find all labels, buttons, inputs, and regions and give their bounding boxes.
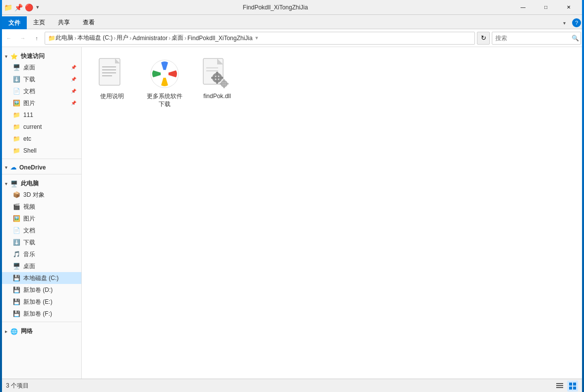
refresh-button[interactable]: ↻ [477, 32, 490, 45]
minimize-button[interactable]: — [512, 0, 534, 15]
sidebar-section-network[interactable]: ▸ 🌐 网络 [0, 324, 81, 336]
folder-etc-label: etc [23, 135, 31, 142]
pictures-icon: 🖼️ [13, 100, 20, 107]
folder-shell-label: Shell [23, 147, 37, 154]
sidebar-item-docs-quick[interactable]: 📄 文档 📌 [0, 85, 81, 97]
sidebar-item-pictures-quick[interactable]: 🖼️ 图片 📌 [0, 97, 81, 109]
tab-view[interactable]: 查看 [76, 16, 101, 29]
pictures-pc-label: 图片 [23, 215, 35, 223]
download-label: 下载 [23, 75, 35, 84]
drive-c-icon: 💾 [13, 275, 20, 281]
path-segment-thispc[interactable]: 📁 [48, 35, 56, 42]
sidebar-item-drive-d[interactable]: 💾 新加卷 (D:) [0, 284, 81, 296]
file-item-shiyongchanming[interactable]: 使用说明 [90, 55, 134, 111]
path-folder[interactable]: FindPokdll_XiTongZhiJia [187, 35, 252, 42]
desktop-pc-icon: 🖥️ [13, 263, 20, 270]
docs-icon: 📄 [13, 88, 20, 95]
folder-current-icon: 📁 [13, 123, 20, 130]
tab-file[interactable]: 文件 [2, 16, 27, 29]
svg-rect-22 [556, 383, 563, 384]
status-bar: 3 个项目 [0, 379, 584, 392]
sidebar-item-etc[interactable]: 📁 etc [0, 133, 81, 145]
drive-f-label: 新加卷 (F:) [23, 310, 52, 318]
download-icon: ⬇️ [13, 76, 20, 83]
ribbon-collapse-button[interactable]: ▾ [558, 17, 570, 29]
docs-label: 文档 [23, 87, 35, 96]
sidebar-item-desktop-quick[interactable]: 🖥️ 桌面 📌 [0, 61, 81, 73]
maximize-button[interactable]: □ [534, 0, 557, 15]
3dobjects-icon: 📦 [13, 191, 20, 198]
sidebar-section-onedrive[interactable]: ▾ ☁ OneDrive [0, 161, 81, 172]
sidebar-item-111[interactable]: 📁 111 [0, 109, 81, 121]
downloads-label: 下载 [23, 238, 35, 247]
sidebar-item-documents[interactable]: 📄 文档 [0, 224, 81, 236]
sidebar-item-current[interactable]: 📁 current [0, 121, 81, 133]
ribbon: 文件 主页 共享 查看 ▾ ? [0, 15, 584, 29]
up-button[interactable]: ↑ [31, 32, 43, 44]
sidebar-section-quickaccess[interactable]: ▾ ⭐ 快速访问 [0, 49, 81, 61]
drive-d-icon: 💾 [13, 286, 20, 293]
sidebar-item-download-quick[interactable]: ⬇️ 下载 📌 [0, 73, 81, 85]
main-layout: ▾ ⭐ 快速访问 🖥️ 桌面 📌 ⬇️ 下载 📌 📄 文档 📌 🖼️ 图片 📌 … [0, 47, 584, 379]
back-button[interactable]: ← [3, 32, 15, 44]
file-item-findpokdll[interactable]: findPok.dll [195, 55, 239, 111]
sidebar-item-music[interactable]: 🎵 音乐 [0, 248, 81, 260]
sidebar-item-desktop-pc[interactable]: 🖥️ 桌面 [0, 260, 81, 272]
window-controls[interactable]: — □ ✕ [512, 0, 580, 15]
drive-c-label: 本地磁盘 (C:) [23, 274, 58, 282]
file-icon-dll [201, 58, 233, 90]
search-input[interactable] [495, 35, 570, 42]
sidebar-divider-3 [0, 322, 81, 322]
pin-icon: 📌 [71, 65, 76, 70]
drive-d-label: 新加卷 (D:) [23, 286, 53, 294]
forward-button[interactable]: → [17, 32, 29, 44]
sidebar-item-drive-c[interactable]: 💾 本地磁盘 (C:) [0, 272, 81, 284]
window-title: FindPokdll_XiTongZhiJia [39, 4, 512, 11]
path-desktop[interactable]: 桌面 [172, 34, 183, 42]
quickaccess-chevron: ▾ [5, 54, 7, 59]
path-users[interactable]: 用户 [117, 34, 128, 42]
details-view-button[interactable] [554, 381, 565, 392]
svg-point-7 [161, 70, 169, 78]
search-box[interactable]: 🔍 [492, 32, 581, 45]
network-icon: 🌐 [10, 328, 18, 335]
thispc-label: 此电脑 [21, 179, 39, 188]
sidebar-section-thispc[interactable]: ▾ 🖥️ 此电脑 [0, 176, 81, 189]
ribbon-tabs: 文件 主页 共享 查看 ▾ ? [0, 15, 584, 29]
address-path[interactable]: 📁 此电脑 › 本地磁盘 (C:) › 用户 › Administrator ›… [45, 32, 475, 45]
sidebar-item-downloads[interactable]: ⬇️ 下载 [0, 236, 81, 248]
close-button[interactable]: ✕ [557, 0, 580, 15]
file-item-gengduoruanjian[interactable]: 更多系统软件下载 [142, 55, 187, 111]
search-icon: 🔍 [572, 35, 579, 42]
path-admin[interactable]: Administrator [132, 35, 168, 42]
folder-etc-icon: 📁 [13, 135, 20, 142]
tab-home[interactable]: 主页 [27, 16, 52, 29]
desktop-pc-label: 桌面 [23, 262, 35, 271]
quickaccess-label: 快速访问 [21, 52, 45, 60]
quickaccess-icon: ⭐ [10, 53, 18, 60]
path-c[interactable]: 本地磁盘 (C:) [77, 34, 113, 42]
video-icon: 🎬 [13, 203, 20, 210]
large-icons-view-button[interactable] [567, 381, 578, 392]
video-label: 视频 [23, 203, 35, 211]
drive-f-icon: 💾 [13, 310, 20, 317]
file-icon-wheel [149, 58, 180, 90]
sidebar-item-3dobjects[interactable]: 📦 3D 对象 [0, 189, 81, 201]
svg-rect-23 [556, 385, 563, 386]
sidebar-item-drive-f[interactable]: 💾 新加卷 (F:) [0, 308, 81, 320]
title-bar-icons: 📁 📌 🔴 ▾ [4, 3, 39, 11]
sidebar-item-video[interactable]: 🎬 视频 [0, 201, 81, 213]
sidebar-item-pictures[interactable]: 🖼️ 图片 [0, 213, 81, 224]
sidebar-item-shell[interactable]: 📁 Shell [0, 145, 81, 157]
pictures-label: 图片 [23, 99, 35, 108]
tab-share[interactable]: 共享 [52, 16, 76, 29]
desktop-label: 桌面 [23, 63, 35, 72]
sidebar-divider-1 [0, 159, 81, 159]
sidebar-item-drive-e[interactable]: 💾 新加卷 (E:) [0, 296, 81, 308]
file-label-wheel: 更多系统软件下载 [145, 93, 184, 108]
help-button[interactable]: ? [572, 18, 581, 27]
folder-shell-icon: 📁 [13, 147, 20, 154]
file-grid: 使用说明 [90, 55, 576, 111]
folder-111-icon: 📁 [13, 112, 20, 118]
path-thispc[interactable]: 此电脑 [56, 34, 73, 42]
